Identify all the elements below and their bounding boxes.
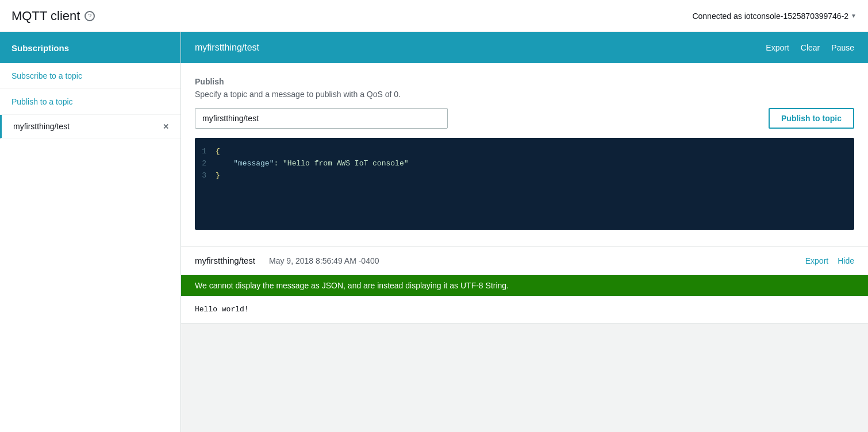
line-number-1: 1 (195, 146, 216, 158)
sidebar-subscription-item[interactable]: myfirstthing/test ✕ (0, 115, 180, 138)
message-card-header: myfirstthing/test May 9, 2018 8:56:49 AM… (181, 246, 868, 275)
line-content-2: "message": "Hello from AWS IoT console" (216, 158, 408, 170)
content-header: myfirstthing/test Export Clear Pause (181, 32, 868, 63)
publish-to-topic-button[interactable]: Publish to topic (769, 108, 854, 129)
line-number-2: 2 (195, 158, 216, 170)
pause-button[interactable]: Pause (831, 43, 854, 52)
publish-section-title: Publish (195, 77, 854, 86)
message-body: Hello world! (181, 296, 868, 323)
line-content-3: } (216, 170, 220, 182)
app-title: MQTT client (11, 9, 80, 24)
message-topic: myfirstthing/test (195, 256, 255, 265)
publish-row: Publish to topic (195, 108, 854, 129)
sidebar-header-label: Subscriptions (11, 43, 69, 53)
message-card: myfirstthing/test May 9, 2018 8:56:49 AM… (181, 246, 868, 323)
publish-description: Specify a topic and a message to publish… (195, 90, 854, 99)
connection-status[interactable]: Connected as iotconsole-1525870399746-2 … (692, 11, 857, 21)
sidebar-header: Subscriptions (0, 32, 180, 63)
top-bar: MQTT client ? Connected as iotconsole-15… (0, 0, 868, 32)
message-hide-button[interactable]: Hide (838, 256, 854, 265)
main-layout: Subscriptions Subscribe to a topic Publi… (0, 32, 868, 432)
connection-label: Connected as iotconsole-1525870399746-2 (692, 11, 848, 21)
content-header-actions: Export Clear Pause (766, 43, 854, 52)
sidebar-item-publish[interactable]: Publish to a topic (0, 89, 180, 115)
message-export-button[interactable]: Export (805, 256, 828, 265)
app-title-area: MQTT client ? (11, 9, 95, 24)
code-line-2: 2 "message": "Hello from AWS IoT console… (195, 158, 854, 170)
chevron-down-icon: ▼ (851, 13, 857, 19)
message-actions: Export Hide (805, 256, 854, 265)
content-topic-title: myfirstthing/test (195, 43, 259, 53)
line-content-1: { (216, 146, 220, 158)
topic-input[interactable] (195, 108, 448, 129)
json-warning-banner: We cannot display the message as JSON, a… (181, 275, 868, 296)
subscription-topic-label: myfirstthing/test (13, 122, 70, 131)
close-subscription-icon[interactable]: ✕ (163, 122, 169, 131)
clear-button[interactable]: Clear (801, 43, 820, 52)
code-line-3: 3 } (195, 170, 854, 182)
message-timestamp: May 9, 2018 8:56:49 AM -0400 (269, 256, 379, 265)
sidebar-item-subscribe[interactable]: Subscribe to a topic (0, 63, 180, 89)
export-button[interactable]: Export (766, 43, 789, 52)
publish-section: Publish Specify a topic and a message to… (181, 63, 868, 246)
code-line-1: 1 { (195, 146, 854, 158)
code-editor[interactable]: 1 { 2 "message": "Hello from AWS IoT con… (195, 138, 854, 230)
help-icon[interactable]: ? (85, 11, 95, 21)
message-meta: myfirstthing/test May 9, 2018 8:56:49 AM… (195, 256, 379, 265)
sidebar: Subscriptions Subscribe to a topic Publi… (0, 32, 181, 432)
content-area: myfirstthing/test Export Clear Pause Pub… (181, 32, 868, 432)
line-number-3: 3 (195, 170, 216, 182)
